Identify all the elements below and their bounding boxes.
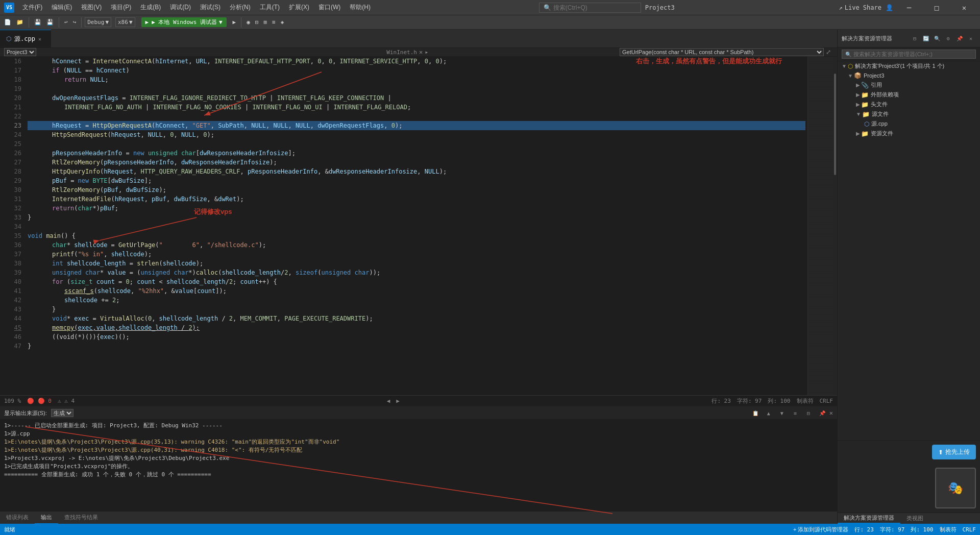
code-line-27: RtlZeroMemory(pResponseHeaderInfo, dwRes… (28, 158, 805, 167)
toolbar-attach[interactable]: ▶ (231, 18, 238, 27)
code-content[interactable]: hConnect = InternetConnectA(hInternet, U… (26, 57, 807, 395)
tree-source-files[interactable]: ▼ 📁 源文件 (838, 109, 980, 119)
title-project: Project3 (645, 4, 675, 11)
toolbar-redo[interactable]: ↪ (71, 18, 79, 27)
wininet-pin-icon[interactable]: ✕ (419, 48, 423, 56)
toolbar-new[interactable]: 📄 (2, 18, 13, 27)
minimize-btn[interactable]: ─ (897, 0, 921, 15)
wininet-tab-bar: Project3 WinInet.h ✕ ▸ GetUrlPage(const … (0, 48, 837, 57)
nav-forward[interactable]: ▶ (396, 398, 400, 404)
ref-icon: 📎 (861, 82, 869, 89)
scope-selector[interactable]: Project3 (4, 48, 36, 56)
menu-debug[interactable]: 调试(D) (166, 1, 195, 14)
project-expand-icon: ▼ (848, 73, 853, 79)
error-count: 🔴 🔴 0 (27, 398, 52, 404)
se-btn-close[interactable]: ✕ (966, 33, 976, 43)
code-line-16: hConnect = InternetConnectA(hInternet, U… (28, 57, 805, 66)
code-line-28: HttpQueryInfo(hRequest, HTTP_QUERY_RAW_H… (28, 167, 805, 176)
output-btn1[interactable]: 📋 (751, 408, 760, 418)
toolbar-sep2 (59, 17, 59, 28)
tab-find-symbol[interactable]: 查找符号结果 (58, 512, 104, 524)
toolbar-misc5[interactable]: ◈ (279, 18, 286, 27)
menu-project[interactable]: 项目(P) (107, 1, 135, 14)
status-add-code[interactable]: + 添加到源代码管理器 (793, 526, 848, 533)
expand-editor-icon[interactable]: ⤢ (824, 48, 833, 56)
output-source-select[interactable]: 生成 (51, 409, 74, 417)
menu-build[interactable]: 生成(B) (136, 1, 165, 14)
close-btn[interactable]: ✕ (952, 0, 976, 15)
output-btn4[interactable]: ≡ (791, 408, 800, 418)
wininet-tab-area: WinInet.h ✕ ▸ (386, 48, 428, 56)
live-share-btn[interactable]: ↗ Live Share (839, 4, 881, 11)
debug-config-dropdown[interactable]: Debug ▼ (85, 17, 111, 27)
se-btn1[interactable]: ⊟ (910, 33, 920, 43)
wininet-tab-item[interactable]: WinInet.h (386, 49, 417, 56)
tree-references[interactable]: ▶ 📎 引用 (838, 80, 980, 90)
tree-resource-files[interactable]: ▶ 📁 资源文件 (838, 129, 980, 138)
menu-window[interactable]: 窗口(W) (314, 1, 345, 14)
solution-search-input[interactable] (853, 51, 972, 57)
output-panel-close[interactable]: ✕ (829, 409, 833, 417)
menu-file[interactable]: 文件(F) (18, 1, 46, 14)
code-line-47: } (28, 342, 805, 351)
se-btn4[interactable]: ⚙ (943, 33, 953, 43)
user-icon[interactable]: 👤 (886, 4, 893, 11)
platform-dropdown[interactable]: x86 ▼ (115, 17, 135, 27)
solution-tab-se[interactable]: 解决方案资源管理器 (838, 513, 900, 524)
toolbar-open[interactable]: 📁 (14, 18, 26, 27)
maximize-btn[interactable]: □ (925, 0, 948, 15)
toolbar-sep4 (241, 17, 241, 28)
toolbar-misc1[interactable]: ◉ (244, 18, 252, 27)
output-panel-pin[interactable]: 📌 (819, 410, 825, 416)
tree-solution[interactable]: ▼ ⬡ 解决方案'Project3'(1 个项目/共 1 个) (838, 61, 980, 71)
editor-status-bar: 109 % 🔴 🔴 0 ⚠ ⚠ 4 ◀ ▶ 行: 23 字符: 97 列: 10… (0, 395, 837, 406)
titlebar-left: VS 文件(F) 编辑(E) 视图(V) 项目(P) 生成(B) 调试(D) 测… (4, 1, 375, 14)
menu-help[interactable]: 帮助(H) (346, 1, 375, 14)
menu-test[interactable]: 测试(S) (196, 1, 225, 14)
toolbar: 📄 📁 💾 💾 ↩ ↪ Debug ▼ x86 ▼ ▶ ▶ 本地 Windows… (0, 15, 980, 30)
src-icon: 📁 (862, 111, 870, 118)
toolbar-save-all[interactable]: 💾 (44, 18, 56, 27)
output-source-label: 显示输出来源(S): (4, 409, 47, 417)
toolbar-misc4[interactable]: ≡ (270, 18, 278, 27)
toolbar-save[interactable]: 💾 (32, 18, 43, 27)
solution-tab-class[interactable]: 类视图 (900, 514, 929, 523)
output-btn3[interactable]: ▼ (777, 408, 787, 418)
tab-close-btn[interactable]: ✕ (38, 36, 41, 42)
tab-error-list[interactable]: 错误列表 (0, 512, 35, 524)
search-input[interactable] (553, 4, 630, 11)
function-selector[interactable]: GetUrlPage(const char * URL, const char … (620, 48, 824, 56)
tab-output[interactable]: 输出 (35, 512, 58, 524)
nav-back[interactable]: ◀ (387, 398, 390, 404)
status-right: + 添加到源代码管理器 行: 23 字符: 97 列: 100 制表符 CRLF (793, 526, 976, 533)
tree-source-cpp[interactable]: ⬡ 源.cpp (838, 119, 980, 129)
menu-edit[interactable]: 编辑(E) (47, 1, 76, 14)
output-btn5[interactable]: ⊟ (804, 408, 813, 418)
se-btn3[interactable]: 🔍 (932, 33, 942, 43)
code-line-30: RtlZeroMemory(pBuf, dwBufSize); (28, 185, 805, 194)
upload-button[interactable]: ⬆ 抢先上传 (932, 445, 976, 459)
tree-project3[interactable]: ▼ 📦 Project3 (838, 71, 980, 80)
scrollbar-thumb[interactable] (834, 74, 836, 175)
output-btn2[interactable]: ▲ (764, 408, 773, 418)
run-button[interactable]: ▶ ▶ 本地 Windows 调试器 ▼ (141, 17, 227, 27)
se-btn5[interactable]: 📌 (954, 33, 965, 43)
vertical-scrollbar[interactable] (833, 57, 837, 395)
se-btn2[interactable]: 🔄 (921, 33, 931, 43)
toolbar-sep3 (81, 17, 82, 28)
toolbar-misc3[interactable]: ⊞ (261, 18, 269, 27)
solution-bottom-tabs: 解决方案资源管理器 类视图 (838, 513, 980, 524)
output-line-5: 1>Project3.vcxproj -> E:\notes\提纲\免杀\Pro… (4, 454, 833, 463)
menu-extensions[interactable]: 扩展(X) (285, 1, 313, 14)
line-info: 行: 23 (712, 397, 731, 405)
tree-external-deps[interactable]: ▶ 📁 外部依赖项 (838, 90, 980, 100)
tree-header-files[interactable]: ▶ 📁 头文件 (838, 100, 980, 109)
menu-tools[interactable]: 工具(T) (256, 1, 284, 14)
menu-view[interactable]: 视图(V) (77, 1, 106, 14)
toolbar-misc2[interactable]: ⊟ (253, 18, 261, 27)
tab-source-cpp[interactable]: ⬡ 源.cpp ✕ (0, 30, 51, 47)
project-icon: 📦 (854, 72, 862, 79)
menu-analyze[interactable]: 分析(N) (226, 1, 255, 14)
ext-icon: 📁 (861, 91, 869, 99)
toolbar-undo[interactable]: ↩ (62, 18, 70, 27)
